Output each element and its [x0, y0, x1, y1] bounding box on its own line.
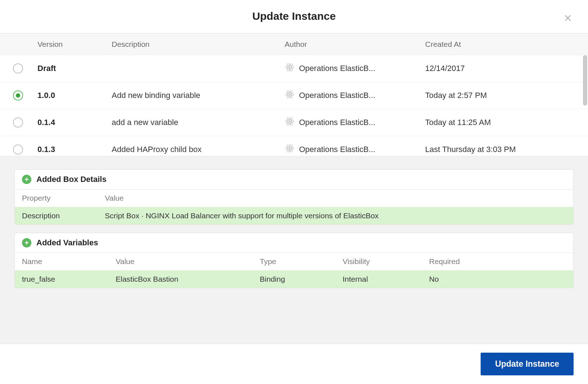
modal-header: Update Instance [0, 0, 588, 34]
update-instance-modal: Update Instance Version Description Auth… [0, 0, 588, 384]
svg-point-13 [289, 121, 290, 122]
close-button[interactable] [562, 12, 574, 24]
author-label: Operations ElasticB... [299, 64, 375, 73]
kv-th-property: Property [22, 194, 105, 202]
close-icon [564, 14, 572, 22]
th-description: Description [112, 34, 285, 54]
modal-title: Update Instance [14, 10, 574, 22]
panel-header: + Added Box Details [15, 170, 573, 189]
author-label: Operations ElasticB... [299, 145, 375, 154]
plus-icon: + [22, 238, 31, 247]
svg-point-9 [289, 94, 290, 95]
panel-box-details: + Added Box Details Property Value Descr… [14, 169, 574, 225]
details-area: + Added Box Details Property Value Descr… [0, 156, 588, 344]
plus-icon: + [22, 175, 31, 184]
cell-version: 0.1.3 [36, 138, 112, 156]
atom-icon [285, 62, 295, 75]
th-version: Version [36, 34, 112, 54]
radio-version[interactable] [13, 90, 23, 101]
radio-version[interactable] [13, 117, 23, 128]
cell-created-at: Last Thursday at 3:03 PM [425, 138, 562, 156]
table-rows[interactable]: Draft Operations ElasticB... 12/14/2017 … [0, 55, 588, 156]
cell-description: Add new binding variable [112, 84, 285, 107]
var-th-required: Required [429, 257, 566, 266]
panel-variables: + Added Variables Name Value Type Visibi… [14, 233, 574, 288]
var-th-name: Name [22, 257, 116, 266]
svg-point-5 [289, 67, 290, 68]
var-type: Binding [260, 275, 343, 283]
cell-description [112, 61, 285, 76]
kv-header: Property Value [15, 189, 573, 207]
cell-description: Added HAProxy child box [112, 138, 285, 156]
scrollbar[interactable] [583, 55, 587, 106]
cell-created-at: Today at 2:57 PM [425, 84, 562, 107]
cell-author: Operations ElasticB... [285, 82, 425, 109]
atom-icon [285, 143, 295, 156]
panel-title: Added Box Details [36, 175, 106, 184]
var-row: true_false ElasticBox Bastion Binding In… [15, 271, 573, 288]
svg-point-17 [289, 148, 290, 149]
version-table: Version Description Author Created At Dr… [0, 34, 588, 156]
var-header: Name Value Type Visibility Required [15, 253, 573, 271]
cell-description: add a new variable [112, 111, 285, 134]
th-author: Author [285, 34, 425, 54]
update-instance-button[interactable]: Update Instance [481, 353, 574, 375]
cell-author: Operations ElasticB... [285, 136, 425, 156]
cell-created-at: 12/14/2017 [425, 57, 562, 80]
atom-icon [285, 116, 295, 129]
var-name: true_false [22, 275, 116, 283]
cell-version: 1.0.0 [36, 84, 112, 107]
var-th-visibility: Visibility [343, 257, 429, 266]
table-row[interactable]: 0.1.4 add a new variable Operations Elas… [0, 109, 588, 136]
radio-version[interactable] [13, 144, 23, 155]
var-required: No [429, 275, 566, 283]
var-th-type: Type [260, 257, 343, 266]
kv-row: Description Script Box · NGINX Load Bala… [15, 207, 573, 224]
modal-footer: Update Instance [0, 344, 588, 384]
cell-author: Operations ElasticB... [285, 55, 425, 82]
cell-created-at: Today at 11:25 AM [425, 111, 562, 134]
atom-icon [285, 89, 295, 102]
kv-value: Script Box · NGINX Load Balancer with su… [105, 211, 566, 220]
var-visibility: Internal [343, 275, 429, 283]
var-value: ElasticBox Bastion [116, 275, 260, 283]
table-header-row: Version Description Author Created At [0, 34, 588, 55]
author-label: Operations ElasticB... [299, 91, 375, 100]
author-label: Operations ElasticB... [299, 118, 375, 127]
th-created-at: Created At [425, 34, 562, 54]
kv-property: Description [22, 211, 105, 220]
table-row[interactable]: Draft Operations ElasticB... 12/14/2017 [0, 55, 588, 82]
table-row[interactable]: 1.0.0 Add new binding variable Operation… [0, 82, 588, 109]
cell-version: 0.1.4 [36, 111, 112, 134]
cell-author: Operations ElasticB... [285, 109, 425, 136]
cell-version: Draft [36, 57, 112, 80]
table-row[interactable]: 0.1.3 Added HAProxy child box Operations… [0, 136, 588, 156]
var-th-value: Value [116, 257, 260, 266]
radio-version[interactable] [13, 63, 23, 73]
panel-title: Added Variables [36, 238, 98, 247]
panel-header: + Added Variables [15, 233, 573, 253]
kv-th-value: Value [105, 194, 566, 202]
